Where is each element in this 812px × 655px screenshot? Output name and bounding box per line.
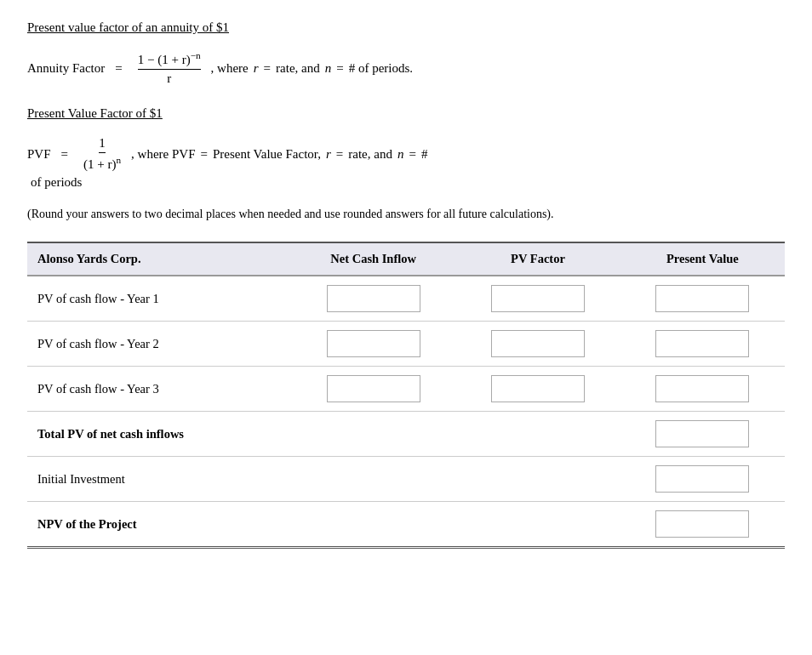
annuity-section: Present value factor of an annuity of $1… xyxy=(27,20,785,86)
net-cash-npv-cell xyxy=(291,502,455,548)
pvf-equals: = xyxy=(61,147,68,162)
row-label-initial: Initial Investment xyxy=(27,457,291,502)
present-value-total-input[interactable] xyxy=(655,420,749,447)
annuity-equals: = xyxy=(115,61,122,76)
net-cash-year1-input[interactable] xyxy=(327,285,420,312)
pv-factor-year2-cell xyxy=(455,322,620,367)
table-row-npv: NPV of the Project xyxy=(27,502,785,548)
net-cash-total-cell xyxy=(291,412,455,457)
present-value-year1-cell xyxy=(620,276,785,322)
row-label-year1: PV of cash flow - Year 1 xyxy=(27,276,291,322)
pvf-r-desc: rate, and xyxy=(348,147,392,162)
table-row: PV of cash flow - Year 3 xyxy=(27,367,785,412)
present-value-year2-input[interactable] xyxy=(655,330,749,357)
present-value-year3-input[interactable] xyxy=(655,375,749,402)
table-row: PV of cash flow - Year 2 xyxy=(27,322,785,367)
annuity-n-equals: = xyxy=(336,61,343,76)
pvf-of-periods: of periods xyxy=(27,175,785,190)
pvf-n-equals: = xyxy=(409,147,415,162)
pvf-r-equals: = xyxy=(336,147,343,162)
row-label-year2: PV of cash flow - Year 2 xyxy=(27,322,291,367)
pv-factor-total-cell xyxy=(455,412,620,457)
net-cash-year2-input[interactable] xyxy=(327,330,420,357)
table-header-row: Alonso Yards Corp. Net Cash Inflow PV Fa… xyxy=(27,243,785,276)
pvf-label: PVF xyxy=(27,147,51,162)
pvf-denominator: (1 + r)n xyxy=(83,153,121,172)
annuity-where: , where xyxy=(211,61,249,76)
pv-factor-year3-cell xyxy=(455,367,620,412)
present-value-year1-input[interactable] xyxy=(655,285,749,312)
annuity-fraction: 1 − (1 + r)−n r xyxy=(138,50,201,86)
col-header-company: Alonso Yards Corp. xyxy=(27,243,291,276)
row-label-total: Total PV of net cash inflows xyxy=(27,412,291,457)
net-cash-year3-input[interactable] xyxy=(327,375,420,402)
net-cash-year1-cell xyxy=(291,276,455,322)
col-header-net-cash: Net Cash Inflow xyxy=(291,243,455,276)
pvf-n-label: n xyxy=(397,147,404,162)
net-cash-initial-cell xyxy=(291,457,455,502)
annuity-denominator: r xyxy=(167,70,171,86)
rounding-note: (Round your answers to two decimal place… xyxy=(27,205,785,223)
pvf-numerator: 1 xyxy=(99,136,106,153)
table-row-initial: Initial Investment xyxy=(27,457,785,502)
pvf-pvf-equals: = xyxy=(201,147,208,162)
annuity-title: Present value factor of an annuity of $1 xyxy=(27,20,785,35)
pvf-r-label: r xyxy=(326,147,331,162)
table-row: PV of cash flow - Year 1 xyxy=(27,276,785,322)
pvf-n-desc: # xyxy=(421,147,428,162)
present-value-npv-cell xyxy=(620,502,785,548)
present-value-initial-cell xyxy=(620,457,785,502)
present-value-year3-cell xyxy=(620,367,785,412)
table-body: PV of cash flow - Year 1 PV of cash flow… xyxy=(27,276,785,548)
pv-factor-initial-cell xyxy=(455,457,620,502)
table-row-total: Total PV of net cash inflows xyxy=(27,412,785,457)
npv-table: Alonso Yards Corp. Net Cash Inflow PV Fa… xyxy=(27,243,785,549)
annuity-formula: Annuity Factor = 1 − (1 + r)−n r , where… xyxy=(27,50,785,86)
annuity-r-label: r xyxy=(254,61,259,76)
col-header-present-value: Present Value xyxy=(620,243,785,276)
pvf-section: Present Value Factor of $1 PVF = 1 (1 + … xyxy=(27,106,785,190)
pv-factor-year1-input[interactable] xyxy=(491,285,585,312)
present-value-total-cell xyxy=(620,412,785,457)
pvf-title: Present Value Factor of $1 xyxy=(27,106,785,121)
pv-factor-year3-input[interactable] xyxy=(491,375,585,402)
present-value-npv-input[interactable] xyxy=(655,510,749,538)
pvf-pvf-desc: Present Value Factor, xyxy=(213,147,321,162)
annuity-r-desc: rate, and xyxy=(276,61,320,76)
annuity-numerator: 1 − (1 + r)−n xyxy=(138,50,201,70)
present-value-initial-input[interactable] xyxy=(655,465,749,493)
pvf-where-text: , where PVF xyxy=(131,147,195,162)
annuity-label: Annuity Factor xyxy=(27,61,105,76)
net-cash-year3-cell xyxy=(291,367,455,412)
net-cash-year2-cell xyxy=(291,322,455,367)
pv-factor-year2-input[interactable] xyxy=(491,330,585,357)
row-label-year3: PV of cash flow - Year 3 xyxy=(27,367,291,412)
data-table-container: Alonso Yards Corp. Net Cash Inflow PV Fa… xyxy=(27,242,785,549)
pvf-fraction: 1 (1 + r)n xyxy=(83,136,121,172)
annuity-n-label: n xyxy=(325,61,332,76)
annuity-r-equals: = xyxy=(264,61,271,76)
pv-factor-npv-cell xyxy=(455,502,620,548)
row-label-npv: NPV of the Project xyxy=(27,502,291,548)
present-value-year2-cell xyxy=(620,322,785,367)
annuity-n-desc: # of periods. xyxy=(349,61,413,76)
pvf-formula: PVF = 1 (1 + r)n , where PVF = Present V… xyxy=(27,136,785,172)
col-header-pv-factor: PV Factor xyxy=(455,243,620,276)
pv-factor-year1-cell xyxy=(455,276,620,322)
